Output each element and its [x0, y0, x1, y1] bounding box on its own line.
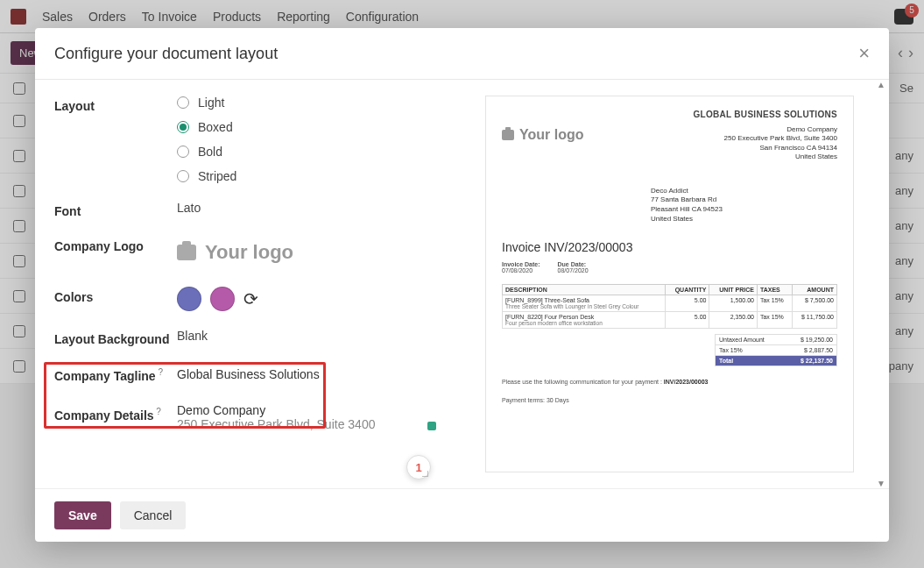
- preview-totals: Untaxed Amount$ 19,250.00 Tax 15%$ 2,887…: [715, 334, 837, 366]
- scroll-down-icon[interactable]: ▼: [877, 479, 885, 488]
- label-colors: Colors: [54, 287, 177, 304]
- camera-icon: [177, 245, 196, 260]
- scroll-up-icon[interactable]: ▲: [877, 80, 885, 89]
- preview-company-country: United States: [693, 153, 837, 161]
- preview-tagline: GLOBAL BUSINESS SOLUTIONS: [693, 109, 837, 120]
- layout-option-striped[interactable]: Striped: [177, 169, 464, 183]
- company-details-line1[interactable]: Demo Company: [177, 403, 464, 417]
- preview-company-addr: 250 Executive Park Blvd, Suite 3400: [693, 134, 837, 143]
- layout-option-light[interactable]: Light: [177, 96, 464, 110]
- label-layout-background: Layout Background: [54, 329, 177, 346]
- preview-logo-placeholder: Your logo: [502, 109, 583, 162]
- modal-header: Configure your document layout ×: [35, 28, 889, 80]
- refresh-colors-icon[interactable]: ⟳: [243, 288, 258, 309]
- company-tagline-input[interactable]: [177, 364, 422, 386]
- preview-payment-terms: Payment terms: 30 Days: [502, 397, 837, 403]
- secondary-color-swatch[interactable]: [210, 287, 235, 311]
- label-layout: Layout: [54, 96, 177, 113]
- cursor-indicator: [427, 422, 436, 430]
- notification-badge[interactable]: 1: [406, 455, 431, 479]
- label-font: Font: [54, 201, 177, 218]
- preview-company-name: Demo Company: [693, 125, 837, 134]
- font-select[interactable]: Lato: [177, 201, 464, 215]
- document-layout-modal: Configure your document layout × ▲ ▼ Lay…: [35, 28, 889, 542]
- logo-upload[interactable]: Your logo: [177, 236, 464, 269]
- form-pane: Layout Light Boxed Bold Striped Font Lat…: [35, 80, 464, 488]
- label-company-details: Company Details ?: [54, 403, 177, 422]
- preview-company-addr: San Francisco CA 94134: [693, 144, 837, 153]
- preview-invoice-title: Invoice INV/2023/00003: [502, 240, 837, 254]
- layout-background-select[interactable]: Blank: [177, 329, 464, 343]
- modal-footer: Save Cancel: [35, 488, 889, 542]
- cancel-button[interactable]: Cancel: [120, 501, 187, 529]
- preview-pane: Your logo GLOBAL BUSINESS SOLUTIONS Demo…: [464, 80, 889, 488]
- company-details-line2[interactable]: 250 Executive Park Blvd, Suite 3400: [177, 417, 464, 431]
- primary-color-swatch[interactable]: [177, 287, 201, 311]
- layout-option-boxed[interactable]: Boxed: [177, 120, 464, 134]
- camera-icon: [502, 130, 514, 140]
- layout-option-bold[interactable]: Bold: [177, 145, 464, 159]
- modal-title: Configure your document layout: [54, 45, 278, 63]
- label-company-logo: Company Logo: [54, 236, 177, 253]
- preview-lines-table: DESCRIPTION QUANTITY UNIT PRICE TAXES AM…: [502, 284, 837, 329]
- label-company-tagline: Company Tagline ?: [54, 364, 177, 383]
- save-button[interactable]: Save: [54, 501, 111, 529]
- help-icon[interactable]: ?: [154, 407, 161, 416]
- close-icon[interactable]: ×: [858, 42, 870, 65]
- help-icon[interactable]: ?: [156, 367, 163, 377]
- document-preview: Your logo GLOBAL BUSINESS SOLUTIONS Demo…: [485, 96, 854, 472]
- preview-bill-to: Deco Addict 77 Santa Barbara Rd Pleasant…: [651, 187, 837, 224]
- preview-payment-note: Please use the following communication f…: [502, 379, 837, 385]
